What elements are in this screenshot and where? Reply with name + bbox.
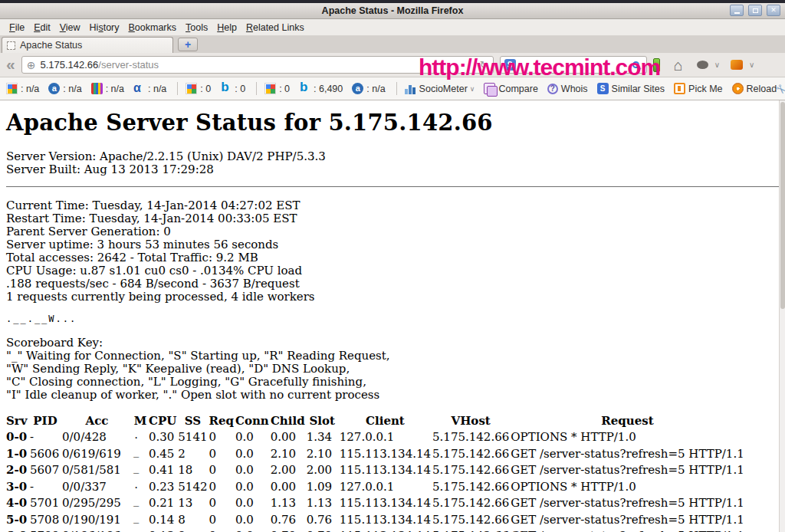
bing-backlinks-stat[interactable]: : 6,490 [299, 83, 343, 94]
search-input[interactable]: S [500, 56, 647, 74]
table-cell: 5.175.142.66 [432, 529, 511, 532]
tab-apache-status[interactable]: Apache Status [2, 37, 173, 53]
column-header: Slot [307, 414, 340, 430]
table-cell: GET /server-status?refresh=5 HTTP/1.1 [511, 529, 745, 532]
table-cell: 0.0 [235, 529, 271, 532]
table-cell: . [133, 430, 149, 447]
addon-icon[interactable] [697, 61, 708, 69]
table-cell: 0.21 [149, 496, 178, 513]
alpha-stat[interactable]: : n/a [133, 83, 166, 94]
table-cell: 5.175.142.66 [432, 513, 511, 530]
table-cell: 0 [209, 513, 236, 530]
stats-line: Total accesses: 2642 - Total Traffic: 9.… [6, 251, 785, 264]
close-button[interactable]: ✕ [767, 5, 780, 16]
stat-value: : 0 [200, 84, 211, 94]
similar-sites-button[interactable]: Similar Sites [597, 83, 665, 94]
table-cell: 0 [209, 496, 236, 513]
table-cell: 1.09 [307, 480, 340, 497]
maximize-button[interactable] [748, 5, 762, 16]
menu-file[interactable]: File [5, 19, 29, 36]
stat-value: : 0 [279, 84, 290, 94]
search-icon[interactable] [632, 61, 639, 68]
column-header: M [133, 414, 149, 430]
menu-view[interactable]: View [55, 19, 85, 36]
table-cell: 1-0 [6, 447, 30, 464]
google-index-stat[interactable]: : 0 [186, 83, 211, 94]
table-cell: _ [133, 513, 149, 530]
google-pagerank-icon [264, 83, 276, 94]
url-bar[interactable]: ⊕ 5.175.142.66/server-status ↻ [21, 56, 494, 74]
divider [6, 186, 779, 188]
reload-icon[interactable]: ↻ [480, 59, 488, 71]
table-cell: GET /server-status?refresh=5 HTTP/1.1 [511, 463, 745, 480]
table-cell: 3-0 [6, 480, 30, 497]
table-cell: GET /server-status?refresh=5 HTTP/1.1 [511, 447, 745, 464]
table-cell: 2-0 [6, 463, 30, 480]
table-cell: 0.30 [149, 430, 178, 447]
column-header: Req [209, 414, 236, 430]
scoreboard-key-line: "C" Closing connection, "L" Logging, "G"… [6, 376, 785, 389]
window-titlebar[interactable]: Apache Status - Mozilla Firefox ✕ [0, 3, 785, 19]
firefox-window: Apache Status - Mozilla Firefox ✕ FileEd… [0, 0, 785, 532]
table-cell: 0.0 [235, 496, 271, 513]
chevron-down-icon[interactable]: ∨ [714, 61, 720, 69]
menu-help[interactable]: Help [212, 19, 241, 36]
compare-button[interactable]: Compare [484, 83, 537, 94]
table-cell: 0 [209, 463, 236, 480]
url-path: /server-status [98, 59, 159, 71]
new-tab-button[interactable]: + [178, 38, 198, 51]
pick-me-button[interactable]: Pick Me [674, 83, 722, 94]
table-header-row: SrvPIDAccMCPUSSReqConnChildSlotClientVHo… [6, 414, 746, 430]
alexa-icon [352, 83, 363, 94]
table-cell: 5.175.142.66 [432, 463, 511, 480]
column-header: Conn [235, 414, 271, 430]
google-backlinks-stat[interactable]: : 0 [264, 83, 290, 94]
table-cell: 0/0/428 [62, 430, 133, 447]
pagerank-stat[interactable]: : n/a [6, 83, 39, 94]
menu-related-links[interactable]: Related Links [241, 19, 309, 36]
menu-edit[interactable]: Edit [29, 19, 55, 36]
table-cell: 0.0 [235, 513, 271, 530]
back-button[interactable]: « [6, 56, 15, 72]
addon-icon-2[interactable] [731, 60, 743, 70]
scoreboard-key-title: Scoreboard Key: [6, 337, 785, 350]
reload-button[interactable]: Reload [732, 83, 777, 94]
table-cell: 115.113.134.14 [340, 447, 432, 464]
search-engine-icon[interactable]: S [504, 59, 516, 71]
table-cell: 0.00 [271, 430, 307, 447]
status-indicator-icon[interactable] [653, 58, 660, 72]
table-row: 2-056070/581/581_0.411800.02.002.00115.1… [6, 463, 746, 480]
toolbar-separator [396, 82, 397, 95]
table-cell: 6-0 [6, 529, 30, 532]
table-cell: 0.13 [149, 529, 178, 532]
stats-line: .188 requests/sec - 684 B/second - 3637 … [6, 277, 785, 291]
minimize-button[interactable] [730, 5, 744, 16]
bing-index-stat[interactable]: : 0 [220, 83, 245, 94]
table-cell: 5-0 [6, 513, 30, 530]
scrollbar[interactable] [779, 100, 785, 532]
table-cell: 5.175.142.66 [432, 430, 511, 447]
scrollbar-thumb[interactable] [780, 102, 785, 309]
menu-history[interactable]: History [85, 19, 124, 36]
button-label: SocioMeter [419, 84, 468, 94]
menu-tools[interactable]: Tools [181, 19, 212, 36]
table-row: 1-056060/619/619_0.45200.02.102.10115.11… [6, 447, 746, 464]
directory-stat[interactable]: : n/a [91, 83, 124, 94]
tab-favicon-placeholder-icon [7, 41, 15, 50]
sociometer-button[interactable]: SocioMeter∨ [405, 83, 475, 94]
menu-bookmarks[interactable]: Bookmarks [124, 19, 182, 36]
home-icon[interactable]: ⌂ [674, 57, 683, 73]
whois-button[interactable]: Whois [547, 84, 588, 94]
question-mark-icon [547, 84, 558, 94]
table-cell: 5.175.142.66 [432, 496, 511, 513]
table-cell: _ [133, 529, 149, 532]
chevron-down-icon-2[interactable]: ∨ [749, 61, 754, 69]
table-cell: _ [133, 463, 149, 480]
table-cell: 0.76 [271, 513, 307, 530]
table-cell: 115.113.134.14 [340, 529, 432, 532]
alexa-rank-stat[interactable]: : n/a [352, 83, 385, 94]
scissors-icon[interactable] [776, 83, 785, 94]
table-cell: 2.00 [307, 463, 340, 480]
alexa-stat[interactable]: : n/a [48, 83, 81, 94]
globe-icon: ⊕ [27, 60, 36, 71]
